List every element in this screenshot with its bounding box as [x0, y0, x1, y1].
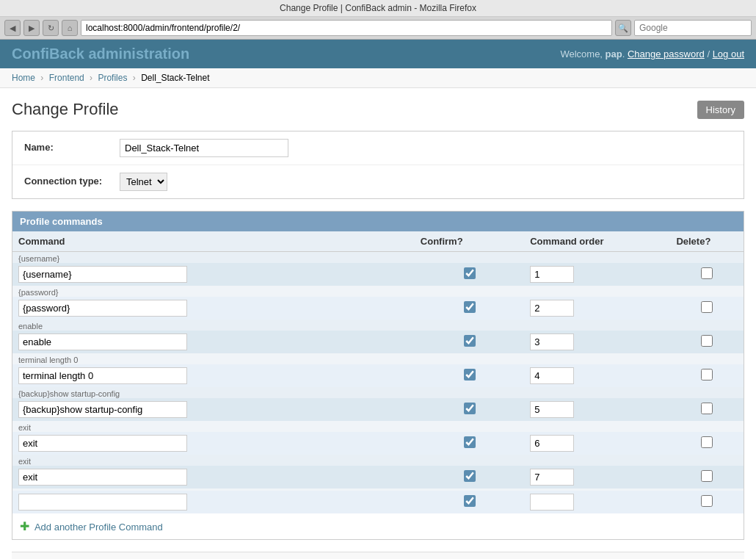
- confirm-checkbox[interactable]: [464, 267, 476, 279]
- table-row: exit: [12, 455, 744, 466]
- command-input[interactable]: [18, 401, 187, 418]
- command-input[interactable]: [18, 300, 187, 317]
- add-plus-icon: ✚: [20, 520, 29, 533]
- back-button[interactable]: ◀: [4, 20, 21, 36]
- command-input[interactable]: [18, 469, 187, 486]
- col-confirm: Confirm?: [415, 231, 524, 252]
- app-name: ConfiBack: [12, 46, 84, 62]
- delete-checkbox[interactable]: [701, 403, 713, 414]
- order-input[interactable]: [530, 469, 574, 486]
- user-info: Welcome, pap. Change password / Log out: [560, 48, 744, 59]
- delete-checkbox[interactable]: [701, 369, 713, 381]
- confirm-checkbox[interactable]: [464, 301, 476, 313]
- browser-chrome: Change Profile | ConfiBack admin - Mozil…: [0, 0, 756, 40]
- table-row: [12, 297, 744, 320]
- delete-checkbox[interactable]: [701, 436, 713, 448]
- browser-toolbar: ◀ ▶ ↻ ⌂ 🔍: [0, 17, 756, 39]
- table-row: [12, 398, 744, 421]
- command-input[interactable]: [18, 266, 187, 283]
- app-title-link[interactable]: ConfiBack administration: [12, 46, 189, 62]
- connection-type-label: Connection type:: [24, 173, 120, 187]
- page-header: Change Profile History: [12, 100, 744, 119]
- address-bar[interactable]: [81, 20, 612, 36]
- page-title: Change Profile: [12, 100, 119, 119]
- breadcrumb-profiles[interactable]: Profiles: [98, 73, 127, 83]
- breadcrumb: Home › Frontend › Profiles › Dell_Stack-…: [0, 68, 756, 88]
- welcome-text: Welcome,: [560, 48, 603, 59]
- add-another-label: Add another Profile Command: [34, 522, 163, 533]
- table-row: [12, 364, 744, 387]
- commands-header: Profile commands: [12, 212, 744, 231]
- col-command: Command: [12, 231, 415, 252]
- browser-titlebar: Change Profile | ConfiBack admin - Mozil…: [0, 0, 756, 17]
- table-row: exit: [12, 421, 744, 432]
- table-row: [12, 263, 744, 286]
- commands-table: Command Confirm? Command order Delete? {…: [12, 231, 744, 513]
- table-row: [12, 331, 744, 353]
- table-row: {username}: [12, 252, 744, 264]
- command-input[interactable]: [18, 494, 187, 511]
- col-delete: Delete?: [670, 231, 744, 252]
- add-another-link[interactable]: ✚ Add another Profile Command: [20, 522, 163, 533]
- admin-header: ConfiBack administration Welcome, pap. C…: [0, 40, 756, 68]
- table-row: terminal length 0: [12, 353, 744, 364]
- command-input[interactable]: [18, 435, 187, 452]
- breadcrumb-frontend[interactable]: Frontend: [49, 73, 84, 83]
- delete-checkbox[interactable]: [701, 470, 713, 482]
- breadcrumb-current: Dell_Stack-Telnet: [141, 73, 209, 83]
- col-order: Command order: [524, 231, 670, 252]
- confirm-checkbox[interactable]: [464, 470, 476, 482]
- connection-type-field: Telnet SSH: [120, 173, 167, 191]
- table-row: [12, 466, 744, 488]
- form-footer: ✖ Delete Save and add another Save and c…: [12, 552, 744, 559]
- name-input[interactable]: [120, 139, 288, 157]
- app-subtitle: administration: [84, 46, 189, 62]
- profile-form: Name: Connection type: Telnet SSH: [12, 131, 744, 199]
- table-header-row: Command Confirm? Command order Delete?: [12, 231, 744, 252]
- confirm-checkbox[interactable]: [464, 403, 476, 414]
- history-button[interactable]: History: [697, 101, 744, 119]
- forward-button[interactable]: ▶: [23, 20, 40, 36]
- order-input[interactable]: [530, 401, 574, 418]
- browser-title: Change Profile | ConfiBack admin - Mozil…: [280, 3, 476, 13]
- home-button[interactable]: ⌂: [62, 20, 78, 36]
- delete-checkbox[interactable]: [701, 301, 713, 313]
- order-input[interactable]: [530, 333, 574, 350]
- search-bar[interactable]: [634, 20, 752, 36]
- order-input[interactable]: [530, 266, 574, 283]
- reload-button[interactable]: ↻: [43, 20, 59, 36]
- order-input[interactable]: [530, 435, 574, 452]
- confirm-checkbox[interactable]: [464, 436, 476, 448]
- delete-checkbox[interactable]: [701, 335, 713, 347]
- username: pap: [606, 48, 622, 59]
- connection-type-select[interactable]: Telnet SSH: [120, 173, 167, 191]
- add-another-section: ✚ Add another Profile Command: [12, 513, 744, 539]
- command-input[interactable]: [18, 367, 187, 384]
- search-go-button[interactable]: 🔍: [615, 20, 631, 36]
- order-input[interactable]: [530, 494, 574, 511]
- delete-checkbox[interactable]: [701, 267, 713, 279]
- breadcrumb-home[interactable]: Home: [12, 73, 35, 83]
- confirm-checkbox[interactable]: [464, 495, 476, 507]
- table-row: {backup}show startup-config: [12, 387, 744, 398]
- confirm-checkbox[interactable]: [464, 335, 476, 347]
- logout-link[interactable]: Log out: [713, 48, 744, 59]
- name-field: [120, 139, 288, 157]
- connection-type-row: Connection type: Telnet SSH: [12, 165, 744, 198]
- table-row: [12, 432, 744, 455]
- table-row: {password}: [12, 286, 744, 297]
- change-password-link[interactable]: Change password: [628, 48, 705, 59]
- order-input[interactable]: [530, 367, 574, 384]
- delete-checkbox[interactable]: [701, 495, 713, 507]
- order-input[interactable]: [530, 300, 574, 317]
- command-input[interactable]: [18, 333, 187, 350]
- name-row: Name:: [12, 131, 744, 165]
- profile-commands-section: Profile commands Command Confirm? Comman…: [12, 211, 744, 540]
- main-content: Change Profile History Name: Connection …: [0, 88, 756, 559]
- confirm-checkbox[interactable]: [464, 369, 476, 381]
- name-label: Name:: [24, 139, 120, 153]
- table-row: [12, 491, 744, 513]
- table-row: enable: [12, 320, 744, 331]
